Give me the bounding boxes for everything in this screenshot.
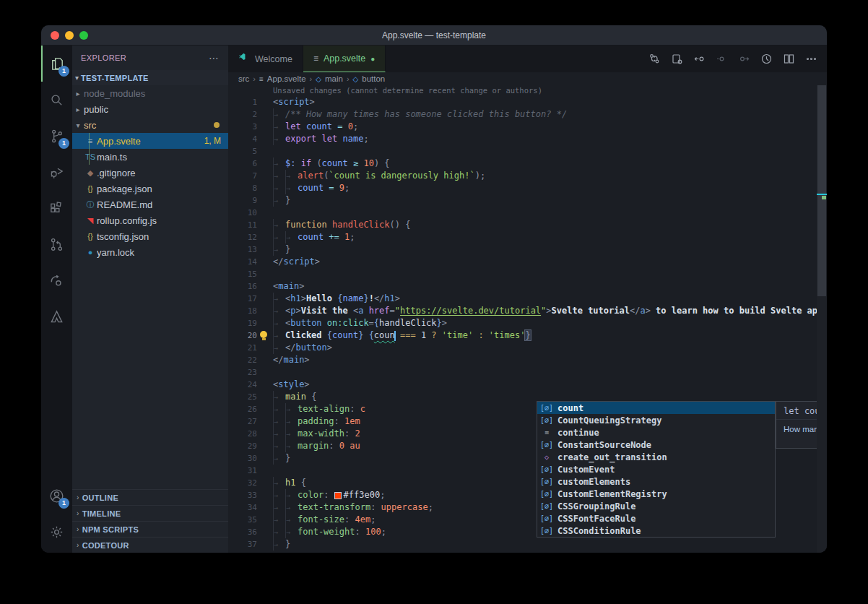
breadcrumb-item-button[interactable]: button [362,74,385,83]
token: > [327,342,332,353]
code-line-10[interactable]: 10 [228,207,817,219]
code-line-15[interactable]: 15 [228,268,817,280]
suggest-item-create_out_transition[interactable]: ◇create_out_transition [537,451,775,463]
code-line-23[interactable]: 23 [228,366,817,379]
file-row-rollup.config.js[interactable]: ◥rollup.config.js [72,212,228,228]
code-line-11[interactable]: 11→function handleClick() { [228,219,817,231]
code-line-18[interactable]: 18→<p>Visit the <a href="https://svelte.… [228,305,817,317]
compare-changes-icon[interactable] [643,50,666,69]
file-history-icon[interactable] [755,50,778,69]
code-line-8[interactable]: 8→→count = 9; [228,182,817,194]
suggest-item-CustomEvent[interactable]: [∅]CustomEvent [537,463,775,475]
breadcrumb-item-main[interactable]: main [325,74,343,83]
activity-source-control-button[interactable]: 1 [41,118,72,154]
file-row-main.ts[interactable]: TSmain.ts [72,149,228,165]
activity-extensions-button[interactable] [41,190,72,226]
line-content: </main> [257,354,817,366]
suggest-item-CSSConditionRule[interactable]: [∅]CSSConditionRule [537,525,775,537]
line-content: →$: if (count ≥ 10) { [257,158,817,170]
activity-run-debug-button[interactable] [41,154,72,190]
editor-scrollbar[interactable] [817,85,827,553]
more-actions-icon[interactable] [800,50,823,69]
token: : [344,514,355,525]
code-line-24[interactable]: 24<style> [228,379,817,391]
breadcrumb-item-app.svelte[interactable]: App.svelte [267,74,306,83]
section-codetour[interactable]: ›CODETOUR [72,537,228,553]
code-line-20[interactable]: 20→Clicked {count} {coun === 1 ? 'time' … [228,329,817,342]
file-label: yarn.lock [97,247,228,258]
activity-search-button[interactable] [41,82,72,118]
breadcrumb-item-src[interactable]: src [238,74,249,83]
lightbulb-icon[interactable] [260,331,267,340]
section-outline[interactable]: ›OUTLINE [72,489,228,505]
suggest-item-continue[interactable]: ≡continue [537,426,775,439]
suggest-item-CustomElementRegistry[interactable]: [∅]CustomElementRegistry [537,488,775,500]
overview-cursor-mark [817,194,827,195]
project-section-header[interactable]: ▾ TEST-TEMPLATE [72,70,228,85]
code-line-7[interactable]: 7→→alert(`count is dangerously high!`); [228,170,817,182]
codelens-unsaved-changes[interactable]: Unsaved changes (cannot determine recent… [228,85,817,96]
symbol-icon: ◇ [316,75,321,83]
line-number: 30 [228,452,257,465]
code-line-12[interactable]: 12→→count += 1; [228,231,817,243]
token: Svelte tutorial [552,306,630,316]
activity-github-pull-requests-button[interactable] [41,226,72,262]
breadcrumb[interactable]: src›≡App.svelte›◇main›◇button [228,72,827,85]
file-type-icon: ⓘ [84,199,97,210]
file-row-tsconfig.json[interactable]: {}tsconfig.json [72,228,228,244]
token: === [400,330,421,340]
activity-accounts-button[interactable]: 1 [41,478,72,514]
suggest-label: CountQueuingStrategy [557,415,662,426]
code-line-2[interactable]: 2→/** How many times has someone clicked… [228,108,817,121]
token: button [295,342,326,353]
activity-azure-button[interactable] [41,298,72,335]
code-line-5[interactable]: 5 [228,145,817,158]
code-line-16[interactable]: 16<main> [228,280,817,293]
file-row-README.md[interactable]: ⓘREADME.md [72,197,228,212]
open-changes-icon[interactable] [666,50,688,69]
activity-live-share-button[interactable] [41,262,72,298]
file-row-.gitignore[interactable]: ◆.gitignore [72,165,228,181]
code-line-19[interactable]: 19→<button on:click={handleClick}> [228,317,817,329]
suggest-item-ConstantSourceNode[interactable]: [∅]ConstantSourceNode [537,439,775,451]
code-line-21[interactable]: 21→</button> [228,342,817,354]
split-editor-icon[interactable] [778,50,800,69]
code-line-22[interactable]: 22</main> [228,354,817,366]
previous-change-icon[interactable] [688,50,711,69]
code-line-4[interactable]: 4→export let name; [228,133,817,145]
section-label: NPM SCRIPTS [82,525,139,534]
code-line-13[interactable]: 13→} [228,243,817,256]
suggest-item-CSSGroupingRule[interactable]: [∅]CSSGroupingRule [537,500,775,512]
file-row-src[interactable]: ▾src [72,117,228,133]
activity-explorer-button[interactable]: 1 [41,46,72,82]
tab-welcome[interactable]: Welcome [228,46,303,72]
tab-app-svelte[interactable]: ≡App.svelte● [303,46,386,72]
suggest-item-customElements[interactable]: [∅]customElements [537,475,775,488]
file-row-node_modules[interactable]: ▸node_modules [72,85,228,101]
line-number: 27 [228,415,257,428]
activity-settings-button[interactable] [41,514,72,550]
code-line-17[interactable]: 17→<h1>Hello {name}!</h1> [228,293,817,305]
scrollbar-slider[interactable] [817,85,826,296]
more-actions-icon[interactable]: ⋯ [209,52,220,64]
code-line-37[interactable]: 37→} [228,538,817,551]
folder-chevron-icon[interactable]: ▸ [72,105,84,113]
file-row-App.svelte[interactable]: ≡App.svelte1, M [72,133,228,149]
code-line-3[interactable]: 3→let count = 0; [228,121,817,133]
code-line-6[interactable]: 6→$: if (count ≥ 10) { [228,158,817,170]
file-row-yarn.lock[interactable]: ●yarn.lock [72,244,228,260]
section-timeline[interactable]: ›TIMELINE [72,505,228,521]
folder-chevron-icon[interactable]: ▾ [72,121,84,129]
section-npm-scripts[interactable]: ›NPM SCRIPTS [72,521,228,537]
code-line-9[interactable]: 9→} [228,194,817,207]
file-row-package.json[interactable]: {}package.json [72,181,228,197]
file-row-public[interactable]: ▸public [72,101,228,117]
suggest-item-CSSFontFaceRule[interactable]: [∅]CSSFontFaceRule [537,512,775,525]
suggest-item-count[interactable]: [∅]count [537,402,775,414]
suggest-item-CountQueuingStrategy[interactable]: [∅]CountQueuingStrategy [537,414,775,426]
code-line-1[interactable]: 1<script> [228,96,817,108]
code-editor[interactable]: Unsaved changes (cannot determine recent… [228,85,817,553]
folder-chevron-icon[interactable]: ▸ [72,90,84,98]
titlebar[interactable]: App.svelte — test-template [41,25,827,46]
code-line-14[interactable]: 14</script> [228,256,817,268]
